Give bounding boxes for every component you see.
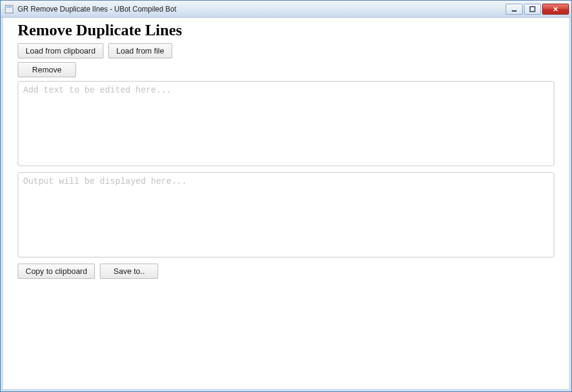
input-textarea[interactable] [18,81,554,166]
window-title: GR Remove Duplicate lInes - UBot Compile… [18,5,502,13]
minimize-button[interactable] [506,4,523,15]
svg-rect-1 [7,6,12,7]
remove-row: Remove [18,62,554,77]
maximize-button[interactable] [524,4,541,15]
load-from-file-button[interactable]: Load from file [108,43,172,58]
svg-rect-3 [512,10,517,12]
svg-rect-2 [7,8,12,12]
app-window: GR Remove Duplicate lInes - UBot Compile… [0,0,572,392]
titlebar: GR Remove Duplicate lInes - UBot Compile… [1,1,571,18]
save-row: Copy to clipboard Save to.. [18,264,554,279]
window-controls [506,4,569,15]
load-row: Load from clipboard Load from file [18,43,554,58]
copy-to-clipboard-button[interactable]: Copy to clipboard [18,264,95,279]
page-title: Remove Duplicate Lines [18,21,554,40]
output-textarea[interactable] [18,172,554,257]
close-button[interactable] [542,4,569,15]
load-from-clipboard-button[interactable]: Load from clipboard [18,43,103,58]
remove-button[interactable]: Remove [18,62,76,77]
app-icon [4,4,14,14]
svg-rect-4 [530,7,535,12]
save-to-button[interactable]: Save to.. [100,264,158,279]
content-area: Remove Duplicate Lines Load from clipboa… [1,18,571,391]
